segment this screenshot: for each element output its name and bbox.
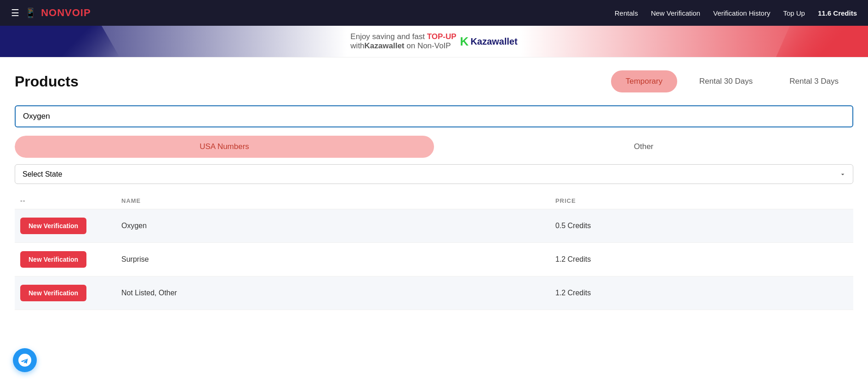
products-table: -- NAME PRICE New Verification Oxygen 0.… [15, 192, 853, 310]
new-verification-button[interactable]: New Verification [20, 285, 86, 301]
col-price: PRICE [550, 192, 853, 209]
nav-top-up[interactable]: Top Up [783, 9, 805, 17]
table-cell-action: New Verification [15, 243, 116, 276]
col-action: -- [15, 192, 116, 209]
navbar: ☰ 📱 NONVOIP Rentals New Verification Ver… [0, 0, 868, 26]
tab-usa-numbers[interactable]: USA Numbers [15, 136, 434, 158]
kaza-k: K [460, 34, 469, 49]
banner-left-decoration [0, 26, 120, 57]
nav-new-verification[interactable]: New Verification [651, 9, 701, 17]
credits-display: 11.6 Credits [818, 9, 857, 17]
table-cell-name: Not Listed, Other [116, 276, 550, 310]
kaza-rest: Kazawallet [470, 36, 517, 47]
banner-highlight: TOP-UP [427, 32, 457, 41]
table-row: New Verification Surprise 1.2 Credits [15, 243, 853, 276]
nav-rentals[interactable]: Rentals [615, 9, 638, 17]
table-row: New Verification Oxygen 0.5 Credits [15, 209, 853, 243]
nav-verification-history[interactable]: Verification History [713, 9, 770, 17]
banner-text: Enjoy saving and fast TOP-UP withKazawal… [350, 32, 456, 51]
new-verification-button[interactable]: New Verification [20, 251, 86, 268]
product-type-tabs: Temporary Rental 30 Days Rental 3 Days [611, 70, 853, 92]
table-body: New Verification Oxygen 0.5 Credits New … [15, 209, 853, 310]
kazawallet-logo: K Kazawallet [460, 34, 518, 49]
page-title: Products [15, 73, 79, 90]
banner-text-before: Enjoy saving and fast [350, 32, 427, 41]
table-cell-name: Surprise [116, 243, 550, 276]
nav-right: Rentals New Verification Verification Hi… [615, 9, 857, 17]
nav-left: ☰ 📱 NONVOIP [11, 7, 91, 19]
table-cell-name: Oxygen [116, 209, 550, 243]
promo-banner: Enjoy saving and fast TOP-UP withKazawal… [0, 26, 868, 57]
banner-text-with: with [350, 41, 364, 50]
number-type-tabs: USA Numbers Other [15, 136, 853, 158]
state-select[interactable]: Select State [15, 164, 853, 184]
products-section: Products Temporary Rental 30 Days Rental… [0, 57, 868, 310]
logo-prefix: NON [41, 7, 65, 18]
table-cell-action: New Verification [15, 276, 116, 310]
tab-rental-3[interactable]: Rental 3 Days [775, 70, 853, 92]
logo-suffix: VOIP [65, 7, 91, 18]
table-row: New Verification Not Listed, Other 1.2 C… [15, 276, 853, 310]
table-cell-price: 1.2 Credits [550, 243, 853, 276]
logo-icon: 📱 [25, 8, 37, 18]
new-verification-button[interactable]: New Verification [20, 218, 86, 234]
banner-right-decoration [776, 26, 868, 57]
col-name: NAME [116, 192, 550, 209]
banner-brand: Kazawallet [365, 41, 405, 50]
search-input[interactable] [15, 105, 853, 127]
tab-rental-30[interactable]: Rental 30 Days [685, 70, 767, 92]
hamburger-menu[interactable]: ☰ [11, 7, 19, 18]
logo: 📱 NONVOIP [25, 7, 91, 19]
banner-text-end: on Non-VoIP [406, 41, 451, 50]
table-cell-price: 0.5 Credits [550, 209, 853, 243]
table-header: -- NAME PRICE [15, 192, 853, 209]
table-cell-action: New Verification [15, 209, 116, 243]
table-header-row: -- NAME PRICE [15, 192, 853, 209]
products-header: Products Temporary Rental 30 Days Rental… [15, 70, 853, 92]
table-cell-price: 1.2 Credits [550, 276, 853, 310]
tab-temporary[interactable]: Temporary [611, 70, 677, 92]
tab-other[interactable]: Other [434, 136, 853, 158]
